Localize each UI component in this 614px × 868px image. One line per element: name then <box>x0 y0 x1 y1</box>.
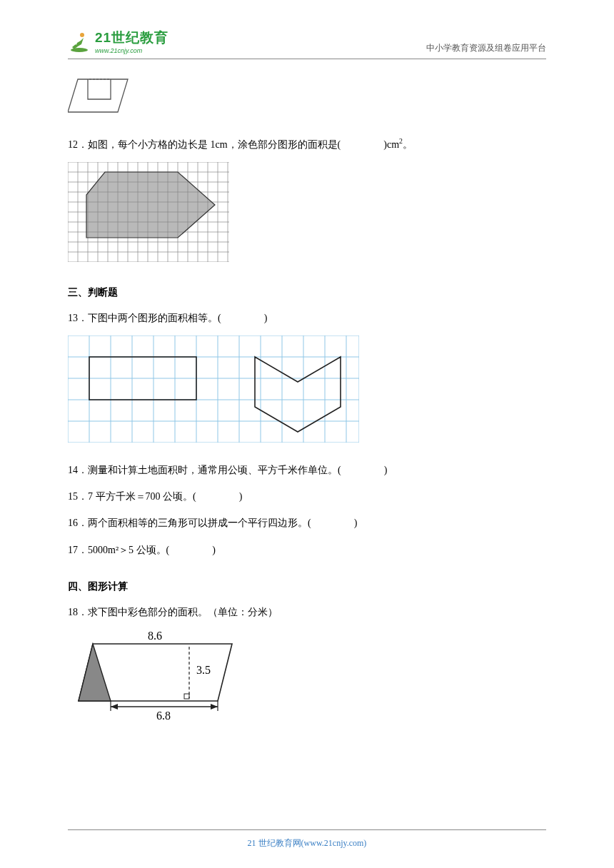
footer-text: 21 世纪教育网(www.21cnjy.com) <box>248 838 367 848</box>
q12-text-c: 。 <box>403 139 413 150</box>
question-16: 16．两个面积相等的三角形可以拼成一个平行四边形。() <box>68 514 546 532</box>
q13-text-b: ) <box>264 313 268 323</box>
question-18: 18．求下图中彩色部分的面积。（单位：分米） <box>68 603 546 621</box>
q14-text-b: ) <box>384 465 388 475</box>
svg-point-0 <box>71 48 88 52</box>
dim-bottom: 6.8 <box>156 710 171 722</box>
q18-text: 求下图中彩色部分的面积。（单位：分米） <box>88 607 278 617</box>
q15-text-b: ) <box>239 491 243 502</box>
q12-text-a: 如图，每个小方格的边长是 1cm，涂色部分图形的面积是( <box>88 139 341 150</box>
question-13: 13．下图中两个图形的面积相等。() <box>68 309 546 327</box>
site-logo: 21世纪教育 www.21cnjy.com <box>68 29 168 54</box>
svg-point-1 <box>80 33 84 37</box>
question-17: 17．5000m²＞5 公顷。() <box>68 541 546 559</box>
svg-rect-55 <box>184 694 189 699</box>
question-14: 14．测量和计算土地面积时，通常用公顷、平方千米作单位。() <box>68 461 546 479</box>
q16-text-a: 两个面积相等的三角形可以拼成一个平行四边形。( <box>88 518 311 528</box>
q13-text-a: 下图中两个图形的面积相等。( <box>88 313 221 323</box>
q14-text-a: 测量和计算土地面积时，通常用公顷、平方千米作单位。( <box>88 465 341 475</box>
q18-num: 18． <box>68 607 88 617</box>
section-4-title: 四、图形计算 <box>68 580 546 593</box>
q13-num: 13． <box>68 313 88 323</box>
header-divider <box>68 59 546 59</box>
figure-q13 <box>68 335 546 445</box>
q12-num: 12． <box>68 139 88 150</box>
question-12: 12．如图，每个小方格的边长是 1cm，涂色部分图形的面积是()cm2。 <box>68 135 546 153</box>
figure-q18: 8.6 3.5 6.8 <box>68 630 546 725</box>
q15-num: 15． <box>68 491 88 502</box>
header-subtitle: 中小学教育资源及组卷应用平台 <box>426 42 546 54</box>
q14-num: 14． <box>68 465 88 475</box>
q15-text-a: 7 平方千米＝700 公顷。( <box>88 491 196 502</box>
runner-icon <box>68 30 91 53</box>
logo-title: 21世纪教育 <box>95 29 168 47</box>
q17-num: 17． <box>68 545 88 555</box>
footer-divider <box>68 829 546 830</box>
logo-url: www.21cnjy.com <box>95 47 168 54</box>
dim-height: 3.5 <box>196 664 211 676</box>
question-15: 15．7 平方千米＝700 公顷。() <box>68 488 546 505</box>
q12-text-b: )cm <box>383 139 399 150</box>
dim-top: 8.6 <box>148 630 162 642</box>
section-3-title: 三、判断题 <box>68 286 546 299</box>
figure-parallelogram-cut <box>68 76 546 118</box>
figure-q12-grid <box>68 162 546 265</box>
q17-text-b: ) <box>212 545 216 555</box>
q16-num: 16． <box>68 518 88 528</box>
q16-text-b: ) <box>354 518 358 528</box>
q17-text-a: 5000m²＞5 公顷。( <box>88 545 169 555</box>
